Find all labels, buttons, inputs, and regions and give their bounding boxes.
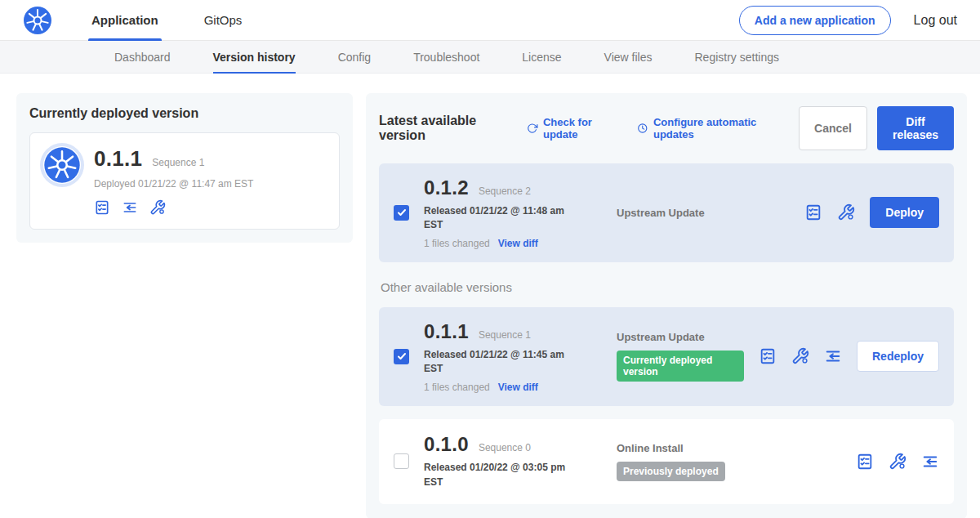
files-changed-label: 1 files changed [424, 382, 490, 393]
clock-icon [637, 122, 648, 135]
tab-application-label: Application [91, 13, 158, 27]
version-sequence: Sequence 0 [479, 442, 531, 453]
release-notes-icon[interactable] [856, 453, 874, 471]
subnav-item-registry-settings[interactable]: Registry settings [694, 41, 778, 74]
version-number: 0.1.1 [424, 320, 469, 343]
config-icon[interactable] [149, 199, 166, 216]
check-icon [397, 351, 407, 361]
check-icon [397, 208, 407, 217]
kubernetes-app-icon [43, 146, 81, 184]
configure-automatic-updates-link[interactable]: Configure automatic updates [637, 116, 777, 141]
version-checkbox[interactable] [394, 453, 409, 469]
tab-gitops-label: GitOps [204, 13, 243, 27]
config-icon[interactable] [837, 203, 855, 221]
deployed-sequence-label: Sequence 1 [152, 157, 204, 168]
version-sequence: Sequence 1 [479, 329, 531, 341]
version-row: 0.1.1 Sequence 1 Released 01/21/22 @ 11:… [379, 307, 954, 406]
subnav-item-license[interactable]: License [522, 41, 561, 74]
deployed-version-card: 0.1.1 Sequence 1 Deployed 01/21/22 @ 11:… [29, 132, 340, 230]
refresh-icon [527, 122, 537, 135]
version-released: Released 01/20/22 @ 03:05 pm EST [424, 461, 581, 489]
configure-automatic-updates-label: Configure automatic updates [653, 116, 777, 141]
view-diff-link[interactable]: View diff [498, 238, 538, 249]
currently-deployed-panel: Currently deployed version 0.1.1 [16, 93, 353, 243]
kubernetes-logo-icon [23, 6, 52, 35]
other-versions-title: Other available versions [381, 280, 954, 294]
version-source: Upstream Update [617, 331, 744, 343]
check-for-update-label: Check for update [543, 116, 616, 141]
subnav-item-troubleshoot[interactable]: Troubleshoot [413, 41, 479, 74]
version-row: 0.1.0 Sequence 0 Released 01/20/22 @ 03:… [379, 419, 954, 504]
subnav-item-config[interactable]: Config [338, 41, 371, 74]
status-badge: Previously deployed [617, 462, 725, 481]
deployed-timestamp: Deployed 01/21/22 @ 11:47 am EST [94, 178, 253, 190]
top-navbar: Application GitOps Add a new application… [0, 0, 980, 41]
version-checkbox[interactable] [394, 205, 409, 221]
release-notes-icon[interactable] [804, 203, 822, 221]
diff-icon[interactable] [921, 453, 939, 471]
deployed-version-number: 0.1.1 [94, 146, 142, 172]
version-released: Released 01/21/22 @ 11:48 am EST [424, 204, 581, 233]
diff-releases-button[interactable]: Diff releases [877, 106, 954, 150]
files-changed-label: 1 files changed [424, 238, 490, 249]
tab-gitops[interactable]: GitOps [201, 0, 246, 41]
diff-icon[interactable] [824, 347, 842, 365]
cancel-button[interactable]: Cancel [799, 106, 867, 150]
redeploy-button[interactable]: Redeploy [857, 341, 939, 372]
release-notes-icon[interactable] [759, 347, 777, 365]
app-subnav: Dashboard Version history Config Trouble… [0, 41, 980, 74]
deploy-button[interactable]: Deploy [870, 197, 939, 228]
subnav-item-view-files[interactable]: View files [604, 41, 653, 74]
version-source: Upstream Update [617, 207, 790, 219]
release-notes-icon[interactable] [94, 199, 110, 216]
check-for-update-link[interactable]: Check for update [527, 116, 616, 141]
version-number: 0.1.0 [424, 433, 469, 456]
subnav-item-dashboard[interactable]: Dashboard [114, 41, 171, 74]
subnav-item-version-history[interactable]: Version history [213, 41, 296, 74]
add-new-application-button[interactable]: Add a new application [739, 6, 891, 35]
version-released: Released 01/21/22 @ 11:45 am EST [424, 348, 581, 377]
tab-application[interactable]: Application [88, 0, 162, 41]
config-icon[interactable] [889, 453, 906, 471]
view-diff-link[interactable]: View diff [498, 382, 538, 393]
version-source: Online Install [617, 442, 841, 454]
latest-available-title: Latest available version [379, 114, 504, 143]
logout-link[interactable]: Log out [914, 13, 957, 28]
config-icon[interactable] [791, 347, 809, 365]
diff-icon[interactable] [122, 199, 138, 216]
version-history-panel: Latest available version Check for updat… [366, 93, 967, 518]
version-number: 0.1.2 [424, 176, 469, 199]
version-row: 0.1.2 Sequence 2 Released 01/21/22 @ 11:… [379, 163, 954, 262]
status-badge: Currently deployed version [617, 351, 744, 382]
currently-deployed-title: Currently deployed version [29, 106, 340, 121]
version-sequence: Sequence 2 [479, 185, 531, 197]
version-checkbox[interactable] [394, 349, 409, 364]
